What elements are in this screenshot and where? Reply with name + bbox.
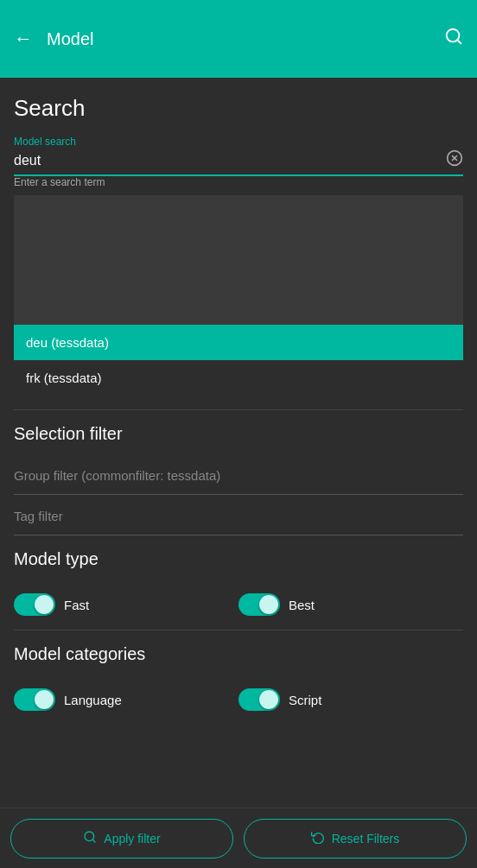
fast-toggle[interactable]: [14, 593, 55, 616]
model-type-title: Model type: [14, 549, 463, 569]
fast-toggle-item: Fast: [14, 593, 238, 616]
fast-toggle-label: Fast: [64, 598, 89, 612]
bottom-bar: Apply filter Reset Filters: [0, 808, 477, 868]
divider-1: [14, 409, 463, 410]
script-toggle-label: Script: [289, 693, 321, 707]
group-filter-field[interactable]: Group filter (commonfilter: tessdata): [14, 458, 463, 495]
tag-filter-field[interactable]: Tag filter: [14, 498, 463, 535]
language-toggle-item: Language: [14, 688, 238, 711]
autocomplete-item-0[interactable]: deu (tessdata): [14, 325, 463, 360]
reset-filters-button[interactable]: Reset Filters: [244, 819, 467, 858]
best-toggle-item: Best: [238, 593, 463, 616]
back-button[interactable]: ←: [14, 28, 33, 50]
best-toggle[interactable]: [238, 593, 280, 616]
script-toggle[interactable]: [238, 688, 280, 711]
reset-filters-label: Reset Filters: [332, 832, 400, 846]
best-toggle-knob: [259, 595, 278, 614]
selection-filter-section: Selection filter Group filter (commonfil…: [14, 424, 463, 535]
model-type-section: Model type Fast Best: [14, 549, 463, 626]
model-categories-toggle-row: Language Script: [14, 678, 463, 721]
app-bar: ← Model: [0, 0, 477, 78]
apply-filter-icon: [83, 830, 97, 847]
model-categories-section: Model categories Language Script: [14, 644, 463, 721]
autocomplete-dropdown: deu (tessdata) frk (tessdata): [14, 195, 463, 396]
language-toggle-label: Language: [64, 693, 122, 707]
group-filter-placeholder: Group filter (commonfilter: tessdata): [14, 468, 220, 483]
fast-toggle-knob: [35, 595, 54, 614]
search-hint: Enter a search term: [14, 176, 463, 188]
search-field-label: Model search: [14, 136, 463, 148]
search-field-row: [14, 149, 463, 176]
search-field-container: Model search Enter a search term: [14, 136, 463, 188]
search-input[interactable]: [14, 153, 446, 168]
svg-line-1: [457, 40, 461, 43]
autocomplete-item-1[interactable]: frk (tessdata): [14, 360, 463, 396]
language-toggle-knob: [35, 690, 54, 709]
tag-filter-placeholder: Tag filter: [14, 509, 63, 523]
clear-icon[interactable]: [446, 149, 463, 171]
reset-filters-icon: [311, 830, 325, 847]
app-bar-title: Model: [47, 29, 93, 49]
best-toggle-label: Best: [289, 598, 315, 612]
model-type-toggle-row: Fast Best: [14, 583, 463, 626]
apply-filter-button[interactable]: Apply filter: [10, 819, 233, 858]
page-title: Search: [14, 95, 463, 122]
svg-line-6: [92, 839, 95, 842]
search-icon[interactable]: [444, 27, 463, 51]
script-toggle-knob: [259, 690, 278, 709]
script-toggle-item: Script: [238, 688, 463, 711]
language-toggle[interactable]: [14, 688, 55, 711]
apply-filter-label: Apply filter: [104, 832, 160, 846]
selection-filter-title: Selection filter: [14, 424, 463, 444]
model-categories-title: Model categories: [14, 644, 463, 664]
autocomplete-empty-space: [14, 195, 463, 325]
content-area: Search Model search Enter a search term …: [0, 78, 477, 738]
divider-2: [14, 630, 463, 630]
